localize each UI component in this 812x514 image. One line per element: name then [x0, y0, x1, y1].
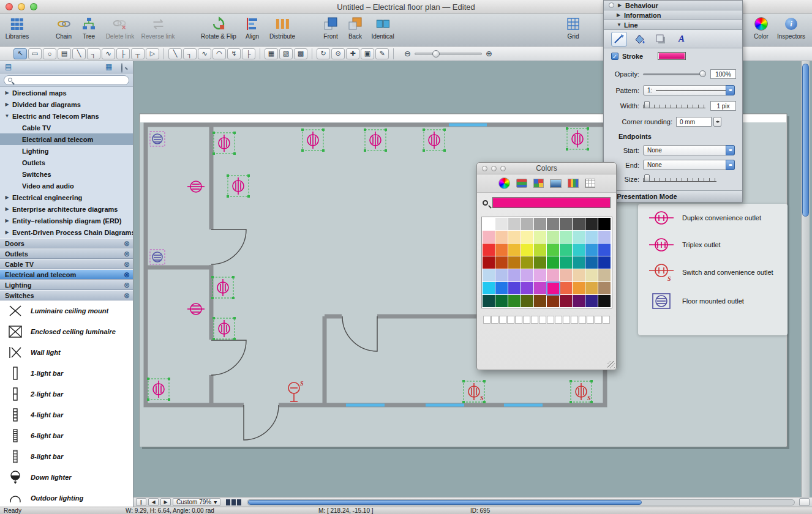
- inspectors-button[interactable]: i Inspectors: [777, 15, 805, 40]
- color-swatch[interactable]: [598, 231, 611, 243]
- tool-button[interactable]: ∿: [198, 48, 211, 59]
- color-swatch[interactable]: [521, 231, 533, 243]
- search-input[interactable]: [4, 75, 129, 85]
- list-view-icon[interactable]: ▤: [5, 62, 12, 71]
- tool-button[interactable]: ▣: [361, 48, 374, 59]
- section-doors[interactable]: Doors⊗: [0, 238, 133, 248]
- color-swatch[interactable]: [547, 295, 559, 307]
- panel-gadget-icon[interactable]: [609, 2, 614, 8]
- color-swatch[interactable]: [547, 256, 559, 269]
- library-item-6-light-bar[interactable]: 6-light bar: [0, 425, 133, 446]
- color-swatch[interactable]: [560, 295, 572, 307]
- color-swatch[interactable]: [598, 282, 611, 294]
- color-swatch[interactable]: [534, 231, 546, 243]
- distribute-button[interactable]: Distribute: [269, 15, 295, 40]
- color-swatch[interactable]: [534, 218, 546, 230]
- recent-color-swatch[interactable]: [539, 316, 546, 324]
- vertical-scrollbar[interactable]: [801, 61, 810, 497]
- color-swatch[interactable]: [573, 295, 585, 307]
- disclosure-icon[interactable]: ▼: [617, 22, 622, 28]
- section-switches[interactable]: Switches⊗: [0, 290, 133, 300]
- color-swatch[interactable]: [495, 231, 508, 243]
- tool-button[interactable]: ┐: [183, 48, 197, 59]
- disclosure-icon[interactable]: ▶: [4, 90, 10, 95]
- libraries-button[interactable]: Libraries: [6, 15, 29, 40]
- color-palette-icon[interactable]: [533, 179, 544, 188]
- color-swatch[interactable]: [508, 256, 521, 269]
- tool-button[interactable]: ▤: [58, 48, 71, 59]
- disclosure-icon[interactable]: ▶: [4, 195, 10, 200]
- grid-button[interactable]: Grid: [565, 15, 581, 40]
- tool-button[interactable]: ├: [242, 48, 255, 59]
- tool-button[interactable]: ↖: [13, 48, 27, 59]
- color-swatch[interactable]: [585, 269, 598, 281]
- tree-item-erd[interactable]: ▶Entity–relationship diagram (ERD): [0, 215, 133, 226]
- horizontal-scroll-thumb[interactable]: [248, 500, 642, 505]
- color-swatch[interactable]: [598, 218, 611, 230]
- recent-color-swatch[interactable]: [483, 316, 491, 324]
- close-window-button[interactable]: [482, 166, 487, 171]
- align-button[interactable]: Align: [244, 15, 260, 40]
- color-swatch[interactable]: [495, 269, 508, 281]
- back-button[interactable]: Back: [347, 15, 363, 40]
- color-swatch[interactable]: [508, 269, 521, 281]
- section-presentation-mode[interactable]: ▶Presentation Mode: [604, 190, 742, 202]
- opacity-slider[interactable]: [643, 73, 704, 75]
- disclosure-icon[interactable]: ▼: [4, 113, 10, 119]
- section-outlets[interactable]: Outlets⊗: [0, 248, 133, 259]
- grid-view-icon[interactable]: ▦: [105, 62, 112, 71]
- tree-item-lighting[interactable]: Lighting: [0, 145, 133, 157]
- end-endpoint-select[interactable]: None: [643, 160, 735, 170]
- close-section-icon[interactable]: ⊗: [124, 260, 130, 269]
- image-palette-icon[interactable]: [550, 179, 562, 188]
- close-section-icon[interactable]: ⊗: [124, 239, 130, 248]
- color-swatch[interactable]: [495, 244, 508, 256]
- width-value-field[interactable]: 1 pix: [710, 101, 736, 111]
- identical-button[interactable]: Identical: [371, 15, 394, 40]
- zoom-level-select[interactable]: Custom 79%▾: [173, 498, 220, 506]
- color-swatch[interactable]: [508, 218, 521, 230]
- color-swatch[interactable]: [508, 244, 521, 256]
- section-information[interactable]: ▶Information: [604, 10, 742, 20]
- tool-button[interactable]: ┬: [131, 48, 145, 59]
- tree-item-cable-tv[interactable]: Cable TV: [0, 122, 133, 133]
- color-swatch[interactable]: [560, 231, 572, 243]
- recent-color-swatch[interactable]: [571, 316, 578, 324]
- disclosure-icon[interactable]: ▶: [4, 229, 10, 235]
- color-swatch[interactable]: [547, 218, 559, 230]
- tree-item-electric-and-telecom-plans[interactable]: ▼Electric and Telecom Plans: [0, 110, 133, 122]
- recent-color-swatch[interactable]: [523, 316, 530, 324]
- close-section-icon[interactable]: ⊗: [124, 270, 130, 279]
- color-swatch[interactable]: [560, 218, 572, 230]
- section-line[interactable]: ▼Line: [604, 20, 742, 30]
- tool-button[interactable]: ┐: [87, 48, 100, 59]
- tool-button[interactable]: ↻: [317, 48, 330, 59]
- color-wheel-icon[interactable]: [498, 177, 510, 189]
- color-swatch[interactable]: [521, 269, 533, 281]
- color-swatch[interactable]: [560, 244, 572, 256]
- tree-item-switches[interactable]: Switches: [0, 168, 133, 180]
- current-color-bar[interactable]: [492, 197, 611, 208]
- color-swatch[interactable]: [483, 269, 495, 281]
- color-swatch[interactable]: [483, 256, 495, 269]
- minimize-window-button[interactable]: [491, 166, 497, 171]
- color-swatch[interactable]: [495, 282, 508, 294]
- opacity-slider-knob[interactable]: [699, 70, 706, 77]
- zoom-out-icon[interactable]: ⊖: [404, 49, 411, 58]
- stroke-tab[interactable]: [611, 32, 627, 47]
- recent-color-swatch[interactable]: [515, 316, 522, 324]
- recent-color-swatch[interactable]: [499, 316, 506, 324]
- tree-item-enterprise-architecture[interactable]: ▶Enterprise architecture diagrams: [0, 203, 133, 215]
- recent-color-swatch[interactable]: [531, 316, 538, 324]
- zoom-window-button[interactable]: [500, 166, 506, 171]
- rotate-flip-button[interactable]: Rotate & Flip: [201, 15, 236, 40]
- page-icons[interactable]: [226, 499, 242, 505]
- color-swatch[interactable]: [547, 231, 559, 243]
- color-swatch[interactable]: [508, 282, 521, 294]
- color-swatch[interactable]: [560, 282, 572, 294]
- library-item-4-light-bar[interactable]: 4-light bar: [0, 404, 133, 425]
- library-item-down-lighter[interactable]: Down lighter: [0, 467, 133, 488]
- color-swatch[interactable]: [585, 282, 598, 294]
- disclosure-icon[interactable]: ▶: [4, 218, 10, 223]
- zoom-in-icon[interactable]: ⊕: [486, 49, 492, 58]
